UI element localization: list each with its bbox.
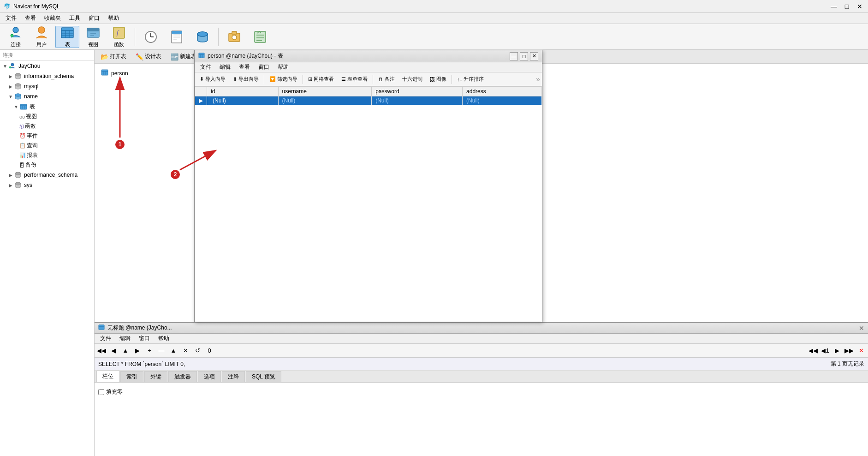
page-first-button[interactable]: ◀◀	[808, 346, 818, 356]
toolbar-function[interactable]: ƒ 函数	[107, 26, 131, 48]
tree-toggle-jaychou[interactable]: ▼	[2, 64, 8, 69]
toolbar-table[interactable]: 表	[55, 26, 79, 48]
hex-button[interactable]: 十六进制	[399, 74, 426, 85]
sidebar-item-mysql[interactable]: ▶ mysql	[0, 81, 94, 91]
note-button[interactable]: 🗒 备注	[375, 74, 398, 85]
nav-up-button[interactable]: ▲	[120, 346, 131, 356]
sidebar-item-jaychou[interactable]: ▼ JayChou	[0, 61, 94, 71]
sidebar-item-info-schema[interactable]: ▶ information_schema	[0, 71, 94, 81]
cell-password[interactable]: (Null)	[372, 96, 463, 105]
menu-favorites[interactable]: 收藏夹	[41, 13, 65, 23]
toolbar-schedule[interactable]	[139, 26, 163, 48]
menu-view[interactable]: 查看	[21, 13, 40, 23]
col-id[interactable]: id	[207, 87, 279, 96]
cell-address[interactable]: (Null)	[463, 96, 542, 105]
nav-first-button[interactable]: ◀◀	[96, 346, 107, 356]
tab-indexes[interactable]: 索引	[120, 371, 143, 382]
menu-tools[interactable]: 工具	[65, 13, 84, 23]
tab-columns[interactable]: 栏位	[96, 371, 119, 382]
cancel-button[interactable]: ✕	[180, 346, 190, 356]
design-table-button[interactable]: ✏️ 设计表	[131, 51, 166, 62]
person-table-icon	[101, 69, 108, 78]
sidebar-item-backup-folder[interactable]: 🗄 备份	[0, 160, 94, 170]
sort-asc-button[interactable]: ↑↓ 升序排序	[454, 74, 487, 85]
sidebar-item-view-folder[interactable]: oo 视图	[0, 112, 94, 121]
inner-menu-help[interactable]: 帮助	[274, 62, 292, 72]
bottom-close-button[interactable]: ✕	[859, 324, 864, 332]
page-last-button[interactable]: ▶▶	[844, 346, 854, 356]
inner-minimize-button[interactable]: —	[510, 52, 518, 60]
inner-menu-file[interactable]: 文件	[196, 62, 215, 72]
minimize-button[interactable]: —	[829, 2, 838, 11]
inner-menu-window[interactable]: 窗口	[255, 62, 273, 72]
svg-point-27	[232, 35, 237, 40]
grid-view-button[interactable]: ⊞ 网格查看	[305, 74, 337, 85]
tree-toggle-name[interactable]: ▼	[7, 94, 14, 99]
inner-menu-view[interactable]: 查看	[235, 62, 254, 72]
tab-sql-preview[interactable]: SQL 预览	[246, 371, 281, 382]
svg-point-34	[9, 66, 11, 68]
toolbar-item8[interactable]	[222, 26, 246, 48]
table-row[interactable]: ▶ (Null) (Null) (Null) (Null)	[195, 96, 542, 105]
filter-wizard-button[interactable]: 🔽 筛选向导	[266, 74, 301, 85]
tab-options[interactable]: 选项	[198, 371, 221, 382]
form-view-button[interactable]: ☰ 表单查看	[338, 74, 371, 85]
toolbar-view[interactable]: 视图	[81, 26, 105, 48]
bottom-menu-file[interactable]: 文件	[96, 334, 115, 343]
inner-maximize-button[interactable]: □	[520, 52, 528, 60]
bottom-toolbar: ◀◀ ◀ ▲ ▶ + — ▲ ✕ ↺ 0 ◀◀ ◀1 ▶ ▶▶ ✕	[95, 344, 868, 358]
menu-window[interactable]: 窗口	[85, 13, 103, 23]
page-next-button[interactable]: ▶	[832, 346, 842, 356]
maximize-button[interactable]: □	[842, 2, 851, 11]
close-nav-button[interactable]: ✕	[856, 346, 866, 356]
export-wizard-button[interactable]: ⬆ 导出向导	[230, 74, 262, 85]
col-password[interactable]: password	[372, 87, 463, 96]
inner-menu-edit[interactable]: 编辑	[216, 62, 234, 72]
nav-prev-button[interactable]: ◀	[108, 346, 119, 356]
sidebar-item-sys[interactable]: ▶ sys	[0, 180, 94, 190]
tab-comments[interactable]: 注释	[222, 371, 245, 382]
close-button[interactable]: ✕	[855, 2, 864, 11]
scroll-up-button[interactable]: ▲	[168, 346, 178, 356]
col-username[interactable]: username	[278, 87, 372, 96]
menu-file[interactable]: 文件	[2, 13, 20, 23]
page-prev-button[interactable]: ◀1	[820, 346, 830, 356]
tree-toggle-table[interactable]: ▼	[13, 104, 19, 109]
toolbar-item9[interactable]	[248, 26, 272, 48]
inner-close-button[interactable]: ✕	[530, 52, 538, 60]
import-wizard-button[interactable]: ⬇ 导入向导	[196, 74, 229, 85]
toolbar-report[interactable]	[165, 26, 189, 48]
col-address[interactable]: address	[463, 87, 542, 96]
bottom-menu-window[interactable]: 窗口	[135, 334, 154, 343]
sidebar-item-event-folder[interactable]: ⏰ 事件	[0, 131, 94, 141]
tab-foreign-keys[interactable]: 外键	[144, 371, 167, 382]
cell-username[interactable]: (Null)	[278, 96, 372, 105]
nav-next-button[interactable]: ▶	[132, 346, 143, 356]
sidebar-item-table-folder[interactable]: ▼ 表	[0, 102, 94, 112]
tab-triggers[interactable]: 触发器	[168, 371, 197, 382]
refresh-button[interactable]: ↺	[192, 346, 202, 356]
sidebar-item-report-folder[interactable]: 📊 报表	[0, 150, 94, 160]
toolbar-backup[interactable]	[190, 26, 214, 48]
tree-toggle-sys[interactable]: ▶	[7, 183, 14, 188]
image-button[interactable]: 🖼 图像	[427, 74, 450, 85]
tree-toggle-mysql[interactable]: ▶	[7, 84, 14, 89]
cell-id[interactable]: (Null)	[207, 96, 279, 105]
sidebar-item-func-folder[interactable]: f() 函数	[0, 121, 94, 131]
open-table-button[interactable]: 📂 打开表	[96, 51, 131, 62]
tree-toggle-perf[interactable]: ▶	[7, 173, 14, 178]
delete-record-button[interactable]: —	[156, 346, 166, 356]
sidebar-item-query-folder[interactable]: 📋 查询	[0, 141, 94, 150]
sidebar-item-name[interactable]: ▼ name	[0, 91, 94, 102]
more-button[interactable]: »	[536, 75, 540, 84]
menu-help[interactable]: 帮助	[104, 13, 123, 23]
add-record-button[interactable]: +	[144, 346, 155, 356]
bottom-menu-help[interactable]: 帮助	[155, 334, 173, 343]
fill-zero-checkbox[interactable]	[98, 389, 104, 395]
toolbar-connect[interactable]: 连接	[4, 26, 28, 48]
fill-zero-label: 填充零	[106, 388, 123, 396]
toolbar-user[interactable]: 用户	[30, 26, 54, 48]
sidebar-item-perf-schema[interactable]: ▶ performance_schema	[0, 170, 94, 180]
tree-toggle-info[interactable]: ▶	[7, 74, 14, 79]
bottom-menu-edit[interactable]: 编辑	[116, 334, 134, 343]
